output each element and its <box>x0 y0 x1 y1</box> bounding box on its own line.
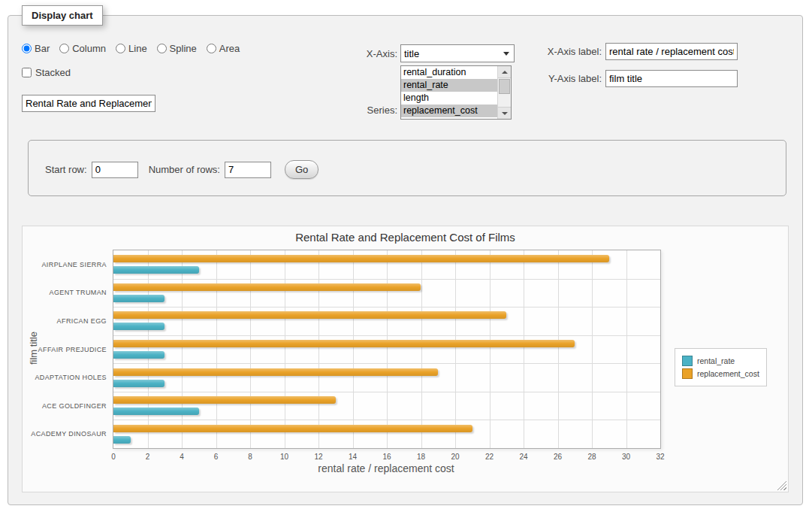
x-tick-label: 10 <box>280 453 288 461</box>
y-axis-label-field-label: Y-Axis label: <box>497 74 602 84</box>
x-tick-label: 2 <box>146 453 150 461</box>
chart-type-area-label: Area <box>219 43 240 54</box>
chart-title-input[interactable] <box>22 95 155 112</box>
chart-type-line[interactable]: Line <box>116 43 147 54</box>
category-label: AGENT TRUMAN <box>50 289 107 296</box>
gridline <box>216 250 217 448</box>
series-option-length[interactable]: length <box>401 92 497 105</box>
gridline <box>113 363 660 364</box>
resize-handle-icon[interactable] <box>777 480 786 490</box>
bar-replacement_cost <box>113 311 506 319</box>
chart-type-line-radio[interactable] <box>116 44 125 53</box>
chart-type-area[interactable]: Area <box>207 43 240 54</box>
chart-type-column-label: Column <box>72 43 106 54</box>
gridline <box>626 250 627 448</box>
legend-label-replacement-cost: replacement_cost <box>697 369 759 378</box>
x-axis-label-input[interactable] <box>605 43 738 60</box>
bar-rental_rate <box>113 407 199 415</box>
start-row-input[interactable] <box>92 162 138 178</box>
rows-range-panel: Start row: Number of rows: Go <box>28 140 786 196</box>
legend-swatch-replacement-cost <box>682 368 693 379</box>
series-option-rental-rate[interactable]: rental_rate <box>401 79 497 92</box>
legend-item-replacement-cost: replacement_cost <box>682 368 759 379</box>
bar-rental_rate <box>113 351 165 359</box>
gridline <box>113 279 660 280</box>
gridline <box>455 250 456 448</box>
chart-type-options: Bar Column Line Spline Area <box>22 43 240 54</box>
category-label: AFRICAN EGG <box>57 317 107 325</box>
go-button[interactable]: Go <box>285 160 318 179</box>
gridline <box>524 250 524 448</box>
legend-swatch-rental-rate <box>682 356 693 366</box>
arrow-up-icon <box>502 71 508 74</box>
x-tick-label: 14 <box>349 453 357 461</box>
chart-legend: rental_rate replacement_cost <box>675 348 767 386</box>
x-axis-label-field-label: X-Axis label: <box>497 47 602 57</box>
stacked-checkbox[interactable] <box>22 68 32 77</box>
bar-replacement_cost <box>113 283 421 291</box>
bar-replacement_cost <box>113 425 472 432</box>
bar-rental_rate <box>113 436 131 444</box>
start-row-label: Start row: <box>45 164 87 175</box>
y-axis-title: film title <box>28 332 39 365</box>
x-axis-label: X-Axis: <box>316 49 397 59</box>
gridline <box>421 250 422 448</box>
chart-type-spline-label: Spline <box>170 43 197 54</box>
plot-area: 02468101214161820222426283032AIRPLANE SI… <box>113 250 661 449</box>
x-tick-label: 6 <box>214 453 219 461</box>
bar-replacement_cost <box>113 255 609 262</box>
gridline <box>113 392 660 392</box>
category-label: AIRPLANE SIERRA <box>41 261 107 268</box>
chart-type-column[interactable]: Column <box>59 43 106 54</box>
chart-type-bar-radio[interactable] <box>22 44 32 53</box>
legend-label-rental-rate: rental_rate <box>697 356 735 365</box>
x-tick-label: 8 <box>248 453 252 461</box>
chart-type-spline[interactable]: Spline <box>157 43 197 54</box>
chart-type-bar[interactable]: Bar <box>22 43 50 54</box>
x-axis-title: rental rate / replacement cost <box>113 462 660 474</box>
arrow-down-icon <box>502 112 508 115</box>
chart-panel: Rental Rate and Replacement Cost of Film… <box>22 226 789 492</box>
chart-type-area-radio[interactable] <box>207 44 216 53</box>
chart-title: Rental Rate and Replacement Cost of Film… <box>23 231 788 244</box>
bar-rental_rate <box>113 266 199 274</box>
gridline <box>250 250 251 448</box>
display-chart-fieldset: Display chart Bar Column Line Spline Are… <box>8 15 803 505</box>
x-axis-selected-value: title <box>401 48 503 59</box>
chart-type-column-radio[interactable] <box>59 44 69 53</box>
x-tick-label: 28 <box>587 453 596 461</box>
chart-type-spline-radio[interactable] <box>157 44 167 53</box>
y-axis-label-input[interactable] <box>605 70 738 87</box>
series-options-list: rental_duration rental_rate length repla… <box>401 66 497 119</box>
x-tick-label: 20 <box>451 453 459 461</box>
x-tick-label: 16 <box>382 453 391 461</box>
bar-replacement_cost <box>113 396 336 404</box>
scroll-down-button[interactable] <box>498 107 511 119</box>
gridline <box>285 250 285 448</box>
category-label: AFFAIR PREJUDICE <box>38 346 107 353</box>
chart-type-line-label: Line <box>128 43 147 54</box>
gridline <box>182 250 183 448</box>
series-multiselect[interactable]: rental_duration rental_rate length repla… <box>400 65 512 120</box>
bar-rental_rate <box>113 295 165 302</box>
x-tick-label: 0 <box>111 453 116 461</box>
series-label: Series: <box>316 105 397 116</box>
gridline <box>387 250 388 448</box>
category-label: ADAPTATION HOLES <box>35 374 107 381</box>
stacked-option[interactable]: Stacked <box>22 67 71 78</box>
x-tick-label: 24 <box>519 453 527 461</box>
gridline <box>148 250 149 448</box>
bar-replacement_cost <box>113 368 438 376</box>
x-tick-label: 18 <box>417 453 425 461</box>
number-of-rows-label: Number of rows: <box>149 164 220 175</box>
x-tick-label: 26 <box>554 453 562 461</box>
x-tick-label: 22 <box>485 453 494 461</box>
chart-type-bar-label: Bar <box>35 43 50 54</box>
number-of-rows-input[interactable] <box>225 162 271 178</box>
series-option-rental-duration[interactable]: rental_duration <box>401 66 497 79</box>
bar-rental_rate <box>113 380 165 387</box>
gridline <box>558 250 559 448</box>
series-option-replacement-cost[interactable]: replacement_cost <box>401 105 497 117</box>
fieldset-legend: Display chart <box>22 5 103 26</box>
bar-rental_rate <box>113 323 165 330</box>
